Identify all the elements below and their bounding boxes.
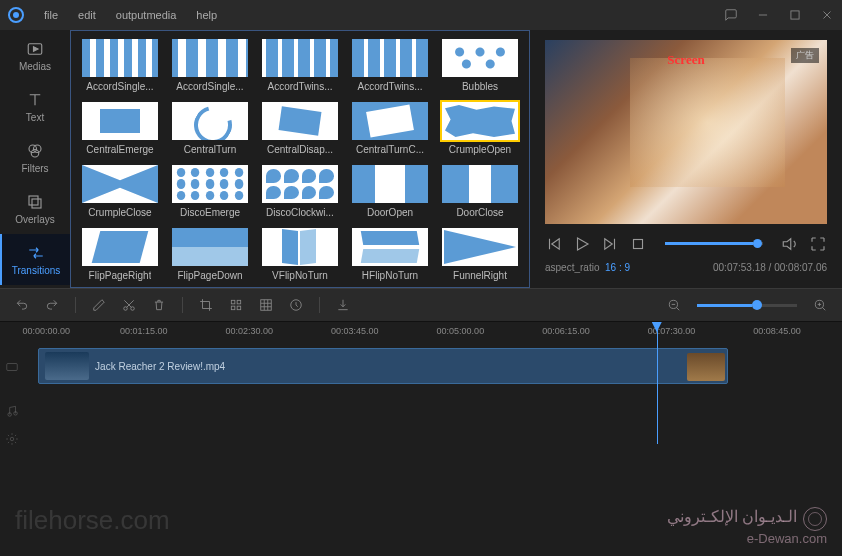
transition-item[interactable]: CentralTurn (169, 102, 251, 155)
transition-item[interactable]: VFlipNoTurn (259, 228, 341, 281)
left-toolbar: Medias Text Filters Overlays Transitions (0, 30, 70, 288)
text-icon (26, 91, 44, 109)
transition-item[interactable]: CentralEmerge (79, 102, 161, 155)
svg-rect-37 (7, 364, 18, 371)
zoom-slider[interactable] (697, 304, 797, 307)
duration-button[interactable] (289, 298, 303, 312)
transition-item[interactable]: CrumpleClose (79, 165, 161, 218)
ruler-tick: 00:05:00.00 (437, 326, 485, 336)
transition-item[interactable]: FlipPageRight (79, 228, 161, 281)
transition-label: DoorClose (456, 207, 503, 218)
tool-medias[interactable]: Medias (0, 30, 70, 81)
transition-item[interactable]: DiscoClockwi... (259, 165, 341, 218)
svg-marker-17 (783, 239, 791, 250)
svg-marker-14 (605, 239, 613, 250)
transition-item[interactable]: HFlipNoTurn (349, 228, 431, 281)
effects-track-icon (5, 432, 19, 446)
maximize-icon[interactable] (788, 8, 802, 22)
menu-edit[interactable]: edit (68, 9, 106, 21)
transition-label: CrumpleClose (88, 207, 151, 218)
menu-outputmedia[interactable]: outputmedia (106, 9, 187, 21)
transition-item[interactable]: AccordSingle... (169, 39, 251, 92)
transition-label: DoorOpen (367, 207, 413, 218)
zoom-in-button[interactable] (813, 298, 827, 312)
cut-button[interactable] (122, 298, 136, 312)
transition-thumb-icon (82, 228, 158, 266)
prev-button[interactable] (545, 235, 563, 253)
transition-thumb-icon (442, 165, 518, 203)
timeline-clip[interactable]: Jack Reacher 2 Review!.mp4 (38, 348, 728, 384)
transition-item[interactable]: FunnelRight (439, 228, 521, 281)
grid-button[interactable] (259, 298, 273, 312)
transition-item[interactable]: AccordSingle... (79, 39, 161, 92)
edit-button[interactable] (92, 298, 106, 312)
volume-slider[interactable] (665, 242, 763, 245)
undo-button[interactable] (15, 298, 29, 312)
transition-thumb-icon (262, 228, 338, 266)
edewan-logo-icon (803, 507, 827, 531)
play-rect-icon (26, 40, 44, 58)
transition-label: VFlipNoTurn (272, 270, 328, 281)
svg-point-40 (10, 437, 14, 441)
audio-track[interactable] (30, 392, 842, 416)
redo-button[interactable] (45, 298, 59, 312)
playhead[interactable] (657, 322, 658, 444)
transition-thumb-icon (352, 165, 428, 203)
zoom-out-button[interactable] (667, 298, 681, 312)
timeline[interactable]: 00:00:00.00 00:01:15.00 00:02:30.00 00:0… (0, 322, 842, 444)
svg-line-34 (822, 307, 825, 310)
volume-icon[interactable] (781, 235, 799, 253)
transition-item[interactable]: AccordTwins... (259, 39, 341, 92)
export-button[interactable] (336, 298, 350, 312)
transition-thumb-icon (172, 165, 248, 203)
transition-item[interactable]: DoorClose (439, 165, 521, 218)
svg-rect-23 (237, 306, 241, 310)
play-button[interactable] (573, 235, 591, 253)
svg-line-31 (676, 307, 679, 310)
effects-track[interactable] (30, 420, 842, 444)
close-icon[interactable] (820, 8, 834, 22)
transition-item[interactable]: DiscoEmerge (169, 165, 251, 218)
preview-video[interactable]: Screen 广告 (545, 40, 827, 224)
tool-transitions[interactable]: Transitions (0, 234, 70, 285)
svg-marker-11 (552, 239, 560, 250)
delete-button[interactable] (152, 298, 166, 312)
transition-item[interactable]: CentralTurnC... (349, 102, 431, 155)
minimize-icon[interactable] (756, 8, 770, 22)
tool-filters[interactable]: Filters (0, 132, 70, 183)
fullscreen-icon[interactable] (809, 235, 827, 253)
ruler-tick: 00:06:15.00 (542, 326, 590, 336)
mosaic-button[interactable] (229, 298, 243, 312)
timeline-ruler[interactable]: 00:00:00.00 00:01:15.00 00:02:30.00 00:0… (30, 326, 842, 344)
transition-item[interactable]: DoorOpen (349, 165, 431, 218)
transition-thumb-icon (82, 165, 158, 203)
svg-marker-13 (578, 238, 589, 250)
transition-thumb-icon (262, 165, 338, 203)
transitions-icon (27, 244, 45, 262)
feedback-icon[interactable] (724, 8, 738, 22)
ruler-tick: 00:03:45.00 (331, 326, 379, 336)
tool-overlays[interactable]: Overlays (0, 183, 70, 234)
transition-item[interactable]: CentralDisap... (259, 102, 341, 155)
video-track[interactable]: Jack Reacher 2 Review!.mp4 (30, 348, 842, 388)
transition-thumb-icon (262, 39, 338, 77)
titlebar: file edit outputmedia help (0, 0, 842, 30)
stop-button[interactable] (629, 235, 647, 253)
transition-item[interactable]: AccordTwins... (349, 39, 431, 92)
crop-button[interactable] (199, 298, 213, 312)
transition-label: CentralTurnC... (356, 144, 424, 155)
next-button[interactable] (601, 235, 619, 253)
transition-label: CrumpleOpen (449, 144, 511, 155)
tool-text-label: Text (26, 112, 44, 123)
transition-item[interactable]: Bubbles (439, 39, 521, 92)
svg-marker-5 (34, 46, 39, 51)
transition-label: FunnelRight (453, 270, 507, 281)
tool-filters-label: Filters (21, 163, 48, 174)
tool-text[interactable]: Text (0, 81, 70, 132)
tool-overlays-label: Overlays (15, 214, 54, 225)
transition-item[interactable]: CrumpleOpen (439, 102, 521, 155)
transition-label: AccordSingle... (86, 81, 153, 92)
menu-help[interactable]: help (186, 9, 227, 21)
transition-item[interactable]: FlipPageDown (169, 228, 251, 281)
menu-file[interactable]: file (34, 9, 68, 21)
